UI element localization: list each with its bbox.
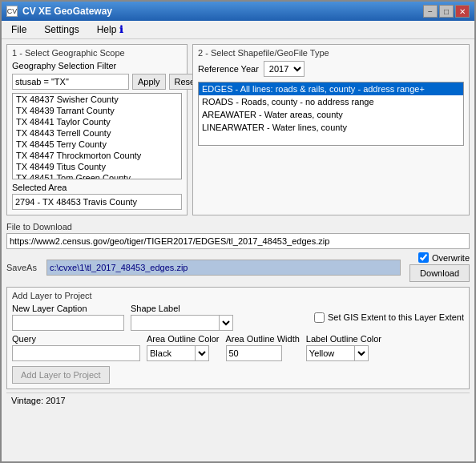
- title-bar: CV CV XE GeoGateway − □ ✕: [2, 2, 474, 21]
- list-item[interactable]: TX 48445 Terry County: [13, 139, 181, 150]
- shapefile-type-title: 2 - Select Shapefile/GeoFile Type: [198, 48, 464, 58]
- list-item[interactable]: TX 48439 Tarrant County: [13, 105, 181, 116]
- add-layer-button[interactable]: Add Layer to Project: [12, 366, 110, 384]
- save-as-section: SaveAs Overwrite Download: [6, 252, 470, 284]
- list-item[interactable]: TX 48447 Throckmorton County: [13, 150, 181, 161]
- add-layer-title: Add Layer to Project: [12, 291, 464, 300]
- shape-label-group: Shape Label: [131, 304, 233, 331]
- label-outline-color-input[interactable]: [306, 345, 354, 361]
- add-layer-row1: New Layer Caption Shape Label Set GIS Ex…: [12, 304, 464, 331]
- query-label: Query: [12, 334, 140, 344]
- menu-file[interactable]: File: [6, 22, 31, 37]
- area-outline-width-group: Area Outline Width: [226, 334, 300, 361]
- filter-row: Geography Selection Filter: [12, 61, 182, 70]
- shapefile-type-panel: 2 - Select Shapefile/GeoFile Type Refere…: [192, 44, 470, 215]
- apply-button[interactable]: Apply: [132, 74, 166, 90]
- query-group: Query: [12, 334, 140, 361]
- status-text: Vintage: 2017: [11, 396, 66, 405]
- geo-scope-panel: 1 - Select Geographic Scope Geography Se…: [6, 44, 188, 215]
- label-outline-color-group: Label Outline Color YellowBlackWhite: [306, 334, 381, 361]
- geography-list[interactable]: TX 48437 Swisher County TX 48439 Tarrant…: [12, 93, 182, 179]
- file-type-item[interactable]: ROADS - Roads, county - no address range: [199, 95, 463, 108]
- list-item[interactable]: TX 48443 Terrell County: [13, 127, 181, 139]
- label-outline-color-select[interactable]: YellowBlackWhite: [354, 345, 369, 361]
- filter-label: Geography Selection Filter: [12, 61, 116, 70]
- filter-input-row: Apply Reset: [12, 74, 182, 90]
- list-item[interactable]: TX 48449 Titus County: [13, 161, 181, 172]
- gis-extent-group: Set GIS Extent to this Layer Extent: [314, 304, 464, 331]
- area-outline-width-label: Area Outline Width: [226, 334, 300, 344]
- new-layer-caption-input[interactable]: [12, 315, 124, 331]
- new-layer-caption-group: New Layer Caption: [12, 304, 124, 331]
- window-title: CV XE GeoGateway: [22, 6, 112, 17]
- save-as-input[interactable]: [46, 260, 401, 276]
- file-type-item[interactable]: LINEARWATER - Water lines, county: [199, 121, 463, 134]
- file-download-section: File to Download: [6, 219, 470, 249]
- main-window: CV CV XE GeoGateway − □ ✕ File Settings …: [0, 0, 476, 463]
- overwrite-label[interactable]: Overwrite: [418, 252, 470, 263]
- gis-extent-label: Set GIS Extent to this Layer Extent: [328, 312, 464, 322]
- geo-scope-title: 1 - Select Geographic Scope: [12, 48, 182, 58]
- query-input[interactable]: [12, 345, 140, 361]
- area-outline-color-input[interactable]: [147, 345, 195, 361]
- close-button[interactable]: ✕: [455, 5, 470, 18]
- area-outline-color-label: Area Outline Color: [147, 334, 220, 344]
- file-type-item[interactable]: AREAWATER - Water areas, county: [199, 108, 463, 121]
- overwrite-checkbox[interactable]: [418, 252, 429, 263]
- add-layer-row2: Query Area Outline Color BlackWhiteRedBl…: [12, 334, 464, 361]
- area-outline-color-select[interactable]: BlackWhiteRedBlue: [195, 345, 209, 361]
- area-outline-color-group: Area Outline Color BlackWhiteRedBlue: [147, 334, 220, 361]
- app-icon: CV: [6, 6, 18, 17]
- selected-area-label: Selected Area: [12, 183, 182, 192]
- file-download-label: File to Download: [6, 222, 470, 231]
- new-layer-caption-label: New Layer Caption: [12, 304, 124, 313]
- minimize-button[interactable]: −: [423, 5, 438, 18]
- file-to-download-input[interactable]: [6, 233, 470, 249]
- filter-input[interactable]: [12, 74, 129, 90]
- list-item[interactable]: TX 48451 Tom Green County: [13, 172, 181, 179]
- menu-settings[interactable]: Settings: [39, 22, 83, 37]
- shape-label-dropdown[interactable]: [219, 315, 233, 331]
- status-bar: Vintage: 2017: [6, 393, 470, 408]
- label-outline-color-label: Label Outline Color: [306, 334, 381, 344]
- top-panels: 1 - Select Geographic Scope Geography Se…: [6, 44, 470, 215]
- ref-year-label: Reference Year: [198, 64, 259, 74]
- ref-year-select[interactable]: 2017 2016 2015: [264, 61, 305, 77]
- menu-help[interactable]: Help ℹ: [92, 22, 128, 37]
- selected-area-input: [12, 194, 182, 210]
- list-item[interactable]: TX 48437 Swisher County: [13, 94, 181, 105]
- content-area: 1 - Select Geographic Scope Geography Se…: [2, 39, 474, 461]
- shape-label-input[interactable]: [131, 315, 219, 331]
- area-outline-width-input[interactable]: [226, 345, 282, 361]
- maximize-button[interactable]: □: [439, 5, 454, 18]
- list-item[interactable]: TX 48441 Taylor County: [13, 116, 181, 127]
- title-buttons: − □ ✕: [423, 5, 470, 18]
- file-type-item-selected[interactable]: EDGES - All lines: roads & rails, county…: [199, 83, 463, 95]
- download-button[interactable]: Download: [409, 264, 470, 282]
- file-type-list[interactable]: EDGES - All lines: roads & rails, county…: [198, 82, 464, 146]
- ref-year-row: Reference Year 2017 2016 2015: [198, 61, 464, 77]
- help-icon: ℹ: [119, 24, 123, 35]
- add-layer-panel: Add Layer to Project New Layer Caption S…: [6, 287, 470, 389]
- save-as-label: SaveAs: [6, 263, 42, 272]
- title-bar-left: CV CV XE GeoGateway: [6, 6, 112, 17]
- shape-label-label: Shape Label: [131, 304, 233, 313]
- menu-bar: File Settings Help ℹ: [2, 21, 474, 39]
- gis-extent-checkbox[interactable]: [314, 312, 325, 323]
